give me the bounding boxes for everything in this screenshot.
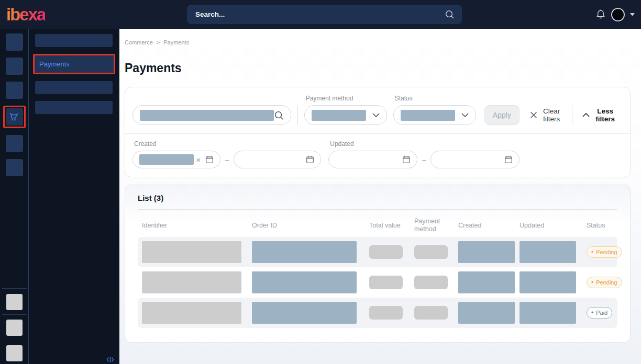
- status-label: Status: [395, 95, 476, 102]
- global-search-input[interactable]: [194, 10, 445, 19]
- column-created: Created: [458, 222, 520, 230]
- status-badge: Pending: [587, 277, 622, 288]
- cart-icon: [9, 112, 19, 122]
- global-search[interactable]: [187, 5, 462, 24]
- column-status: Status: [581, 222, 617, 230]
- redacted-total-value: [369, 306, 403, 320]
- divider: [2, 314, 27, 315]
- redacted-order-id: [252, 241, 357, 263]
- updated-to-date-input[interactable]: [430, 151, 520, 168]
- apply-button[interactable]: Apply: [484, 105, 520, 125]
- clear-filters-button[interactable]: Clear filters: [527, 105, 565, 125]
- cart-tile: [6, 108, 23, 126]
- close-icon: [530, 111, 537, 119]
- column-identifier: Identifier: [142, 222, 252, 230]
- redacted-updated: [520, 241, 576, 263]
- status-badge: Pending: [587, 246, 622, 258]
- nav-item-placeholder[interactable]: [6, 159, 23, 176]
- sidebar-item-payments[interactable]: Payments: [33, 54, 115, 74]
- updated-from-date-input[interactable]: [328, 151, 417, 168]
- created-from-date-input[interactable]: ×: [132, 151, 220, 168]
- sidebar-item-placeholder[interactable]: [35, 34, 113, 47]
- created-to-date-input[interactable]: [234, 151, 321, 168]
- status-dot-icon: [591, 248, 593, 256]
- status-label: Pending: [596, 279, 617, 286]
- redacted-order-id: [252, 302, 357, 324]
- redacted-payment-method: [414, 245, 448, 259]
- redacted-total-value: [369, 276, 403, 289]
- rail-bottom-group: [0, 288, 28, 364]
- sidebar-item-payments-inner: Payments: [35, 55, 114, 73]
- nav-item-placeholder[interactable]: [6, 33, 23, 51]
- filters-row-primary: Payment method Status: [125, 87, 630, 133]
- table-row[interactable]: Pending: [138, 237, 617, 267]
- clear-filters-label: Clear filters: [542, 107, 561, 123]
- nav-item-placeholder[interactable]: [6, 58, 23, 75]
- chevron-up-icon: [582, 113, 590, 117]
- main-content: Commerce > Payments Payments Payment: [119, 29, 641, 364]
- redacted-identifier: [142, 302, 241, 324]
- nav-item-placeholder[interactable]: [6, 82, 23, 99]
- table-row[interactable]: Paid: [138, 298, 617, 328]
- calendar-icon[interactable]: [306, 155, 314, 164]
- redacted-payment-method: [414, 276, 448, 289]
- bottom-item-placeholder[interactable]: [6, 345, 23, 361]
- status-label: Paid: [596, 310, 607, 316]
- ibexa-logo[interactable]: ibexa: [6, 5, 45, 25]
- calendar-icon[interactable]: [205, 155, 214, 164]
- redacted-payment-method: [414, 306, 448, 320]
- redacted-order-id: [252, 271, 357, 293]
- redacted-identifier: [142, 241, 241, 263]
- caret-down-icon[interactable]: [630, 13, 635, 16]
- nav-item-placeholder[interactable]: [6, 135, 23, 152]
- chevron-down-icon: [372, 113, 380, 117]
- table-row[interactable]: Pending: [138, 267, 617, 298]
- divider: [2, 288, 27, 289]
- status-select[interactable]: [393, 105, 476, 125]
- list-title: List (3): [138, 194, 617, 202]
- divider: [297, 105, 298, 125]
- updated-label: Updated: [330, 140, 520, 147]
- nav-item-commerce-active[interactable]: [3, 106, 26, 128]
- created-label: Created: [134, 140, 321, 147]
- calendar-icon[interactable]: [402, 155, 411, 164]
- sidebar-item-placeholder[interactable]: [35, 101, 113, 114]
- chevron-down-icon: [461, 113, 469, 117]
- breadcrumb-separator: >: [157, 39, 160, 46]
- filters-panel: Payment method Status: [125, 87, 631, 177]
- column-payment-method: Payment method: [414, 218, 458, 233]
- divider: [138, 209, 617, 210]
- page-title: Payments: [125, 61, 641, 75]
- breadcrumb-commerce[interactable]: Commerce: [125, 39, 153, 46]
- redacted-date-value: [139, 154, 194, 165]
- filters-row-dates: Created × –: [125, 134, 630, 177]
- divider: [572, 105, 572, 125]
- column-total-value: Total value: [369, 222, 414, 230]
- less-filters-label: Less filters: [595, 107, 615, 123]
- bell-icon[interactable]: [595, 9, 606, 20]
- status-badge: Paid: [587, 307, 612, 318]
- status-dot-icon: [591, 279, 593, 286]
- breadcrumb: Commerce > Payments: [125, 29, 641, 46]
- bottom-item-placeholder[interactable]: [6, 294, 23, 310]
- secondary-sidebar: Payments: [29, 29, 119, 364]
- search-icon: [445, 9, 455, 19]
- redacted-search-value: [140, 110, 274, 121]
- redacted-total-value: [369, 245, 403, 259]
- less-filters-button[interactable]: Less filters: [579, 105, 618, 125]
- sidebar-item-placeholder[interactable]: [35, 81, 113, 94]
- filter-search-input[interactable]: [132, 105, 291, 125]
- status-dot-icon: [591, 309, 593, 316]
- payment-method-label: Payment method: [306, 95, 387, 102]
- sidebar-item-label: Payments: [39, 60, 70, 68]
- payment-method-select[interactable]: [304, 105, 387, 125]
- bottom-item-placeholder[interactable]: [6, 320, 23, 336]
- panel-resize-icon[interactable]: [106, 357, 114, 362]
- avatar[interactable]: [611, 8, 625, 21]
- calendar-icon[interactable]: [504, 155, 513, 164]
- table-header: Identifier Order ID Total value Payment …: [138, 214, 617, 237]
- date-range-separator: –: [225, 151, 229, 168]
- redacted-created: [458, 271, 515, 293]
- clear-date-icon[interactable]: ×: [196, 156, 201, 164]
- redacted-select-value: [401, 110, 455, 121]
